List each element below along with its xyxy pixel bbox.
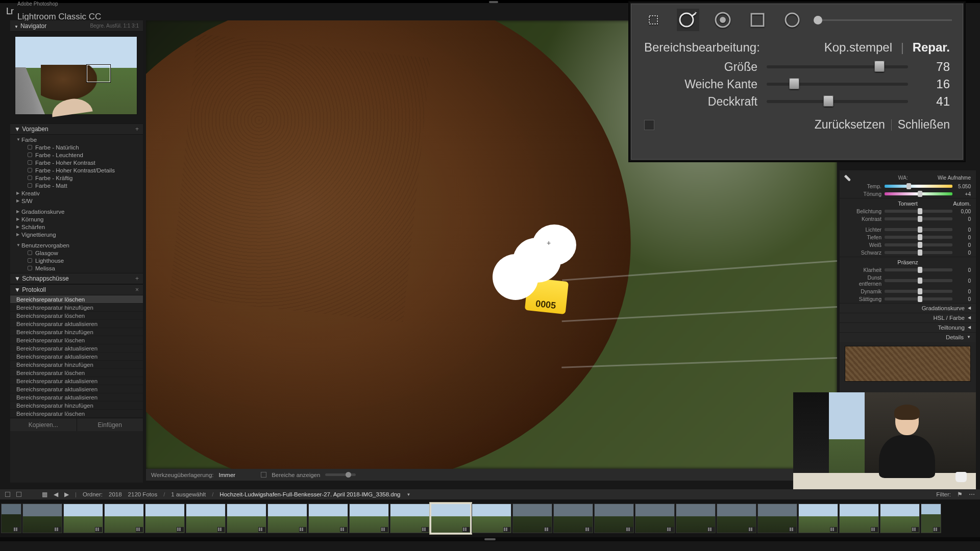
film-thumb[interactable] xyxy=(635,504,675,533)
history-item[interactable]: Bereichsreparatur aktualisieren xyxy=(10,393,143,402)
opacity-value[interactable]: 41 xyxy=(908,94,950,109)
white-value[interactable]: 0 xyxy=(952,242,971,248)
preset-group-sw[interactable]: ▶S/W xyxy=(10,197,143,205)
size-value[interactable]: 78 xyxy=(908,60,950,74)
film-thumb[interactable] xyxy=(227,504,266,533)
hsl-panel-header[interactable]: HSL / Farbe◀ xyxy=(840,313,976,322)
history-item[interactable]: Bereichsreparatur löschen xyxy=(10,295,143,304)
filmstrip-resize-handle[interactable] xyxy=(0,537,980,541)
preset-item[interactable]: Melissa xyxy=(10,264,143,272)
tint-value[interactable]: +4 xyxy=(952,191,971,197)
film-thumb[interactable] xyxy=(839,504,879,533)
film-thumb[interactable] xyxy=(594,504,634,533)
preset-group-scharf[interactable]: ▶Schärfen xyxy=(10,223,143,231)
snapshots-header[interactable]: ▼ Schnappschüsse + xyxy=(10,273,143,284)
film-thumb[interactable] xyxy=(186,504,226,533)
film-thumb[interactable] xyxy=(349,504,389,533)
preset-item[interactable]: Farbe - Hoher Kontrast/Details xyxy=(10,166,143,174)
navigator-header[interactable]: ▼Navigator Begre. Ausfül. 1:1 3:1 xyxy=(10,20,143,32)
film-thumb[interactable] xyxy=(63,504,103,533)
history-item[interactable]: Bereichsreparatur löschen xyxy=(10,410,143,418)
grid-toggle-icon[interactable]: ▦ xyxy=(42,491,47,498)
add-snapshot-button[interactable]: + xyxy=(135,275,139,282)
preset-item[interactable]: Farbe - Leuchtend xyxy=(10,151,143,159)
add-preset-button[interactable]: + xyxy=(135,126,139,133)
first-view-icon[interactable] xyxy=(5,492,10,497)
preset-group-grad[interactable]: ▶Gradationskurve xyxy=(10,208,143,215)
preset-item[interactable]: Farbe - Natürlich xyxy=(10,143,143,151)
filmstrip[interactable] xyxy=(0,499,980,537)
history-item[interactable]: Bereichsreparatur aktualisieren xyxy=(10,385,143,393)
flag-filter-icon[interactable]: ⚑ xyxy=(957,491,963,498)
dehaze-value[interactable]: 0 xyxy=(952,278,971,284)
history-item[interactable]: Bereichsreparatur aktualisieren xyxy=(10,353,143,361)
preset-item[interactable]: Farbe - Hoher Kontrast xyxy=(10,159,143,166)
saturation-value[interactable]: 0 xyxy=(952,296,971,302)
film-thumb[interactable] xyxy=(921,504,941,533)
film-thumb[interactable] xyxy=(1,504,21,533)
history-item[interactable]: Bereichsreparatur hinzufügen xyxy=(10,402,143,410)
brush-size-slider[interactable] xyxy=(818,19,952,21)
film-thumb[interactable] xyxy=(553,504,593,533)
radial-tool-icon[interactable] xyxy=(781,9,803,31)
darks-value[interactable]: 0 xyxy=(952,235,971,240)
film-thumb[interactable] xyxy=(308,504,348,533)
preset-group-korn[interactable]: ▶Körnung xyxy=(10,215,143,223)
exposure-value[interactable]: 0,00 xyxy=(952,209,971,214)
film-thumb[interactable] xyxy=(472,504,511,533)
dehaze-slider[interactable] xyxy=(885,279,952,282)
preset-group-farbe[interactable]: ▼Farbe xyxy=(10,136,143,143)
clarity-slider[interactable] xyxy=(885,268,952,271)
heal-tool-icon[interactable] xyxy=(677,9,699,31)
preset-item[interactable]: Farbe - Kräftig xyxy=(10,174,143,182)
film-thumb[interactable] xyxy=(757,504,797,533)
prev-button[interactable]: ◀ xyxy=(54,491,58,498)
reset-button[interactable]: Zurücksetzen xyxy=(815,118,885,132)
lights-value[interactable]: 0 xyxy=(952,227,971,233)
exposure-slider[interactable] xyxy=(885,210,952,213)
preset-item[interactable]: Glasgow xyxy=(10,249,143,257)
lights-slider[interactable] xyxy=(885,228,952,231)
film-thumb[interactable] xyxy=(717,504,756,533)
clone-mode-button[interactable]: Kop.stempel xyxy=(824,40,892,54)
history-item[interactable]: Bereichsreparatur löschen xyxy=(10,369,143,377)
preset-group-user[interactable]: ▼Benutzervorgaben xyxy=(10,241,143,249)
heal-mode-button[interactable]: Repar. xyxy=(913,40,950,54)
show-areas-checkbox[interactable] xyxy=(261,472,266,478)
wb-value[interactable]: Wie Aufnahme xyxy=(930,175,971,181)
contrast-value[interactable]: 0 xyxy=(952,216,971,222)
film-thumb[interactable] xyxy=(390,504,430,533)
tint-slider[interactable] xyxy=(885,192,952,195)
film-thumb[interactable] xyxy=(798,504,838,533)
white-slider[interactable] xyxy=(885,243,952,246)
history-item[interactable]: Bereichsreparatur hinzufügen xyxy=(10,328,143,336)
auto-tone-button[interactable]: Autom. xyxy=(953,201,971,207)
history-item[interactable]: Bereichsreparatur aktualisieren xyxy=(10,377,143,385)
history-item[interactable]: Bereichsreparatur aktualisieren xyxy=(10,344,143,353)
navigator-viewport[interactable] xyxy=(87,65,110,82)
navigator-preview[interactable] xyxy=(10,32,143,123)
black-value[interactable]: 0 xyxy=(952,250,971,256)
second-view-icon[interactable] xyxy=(16,492,21,497)
history-item[interactable]: Bereichsreparatur löschen xyxy=(10,312,143,320)
navigator-zoom-presets[interactable]: Begre. Ausfül. 1:1 3:1 xyxy=(90,23,139,29)
temp-slider[interactable] xyxy=(885,185,952,188)
folder-name[interactable]: 2018 xyxy=(109,491,122,497)
film-thumb[interactable] xyxy=(512,504,552,533)
preset-item[interactable]: Farbe - Matt xyxy=(10,182,143,189)
temp-value[interactable]: 5.050 xyxy=(952,184,971,189)
toggle-panel-checkbox[interactable] xyxy=(644,120,654,130)
filter-lock-icon[interactable]: ⋯ xyxy=(969,491,975,498)
eyedropper-icon[interactable] xyxy=(843,172,855,184)
presets-header[interactable]: ▼ Vorgaben + xyxy=(10,123,143,135)
history-header[interactable]: ▼ Protokoll × xyxy=(10,284,143,295)
overlay-mode-dropdown[interactable]: Immer xyxy=(219,472,236,478)
history-item[interactable]: Bereichsreparatur hinzufügen xyxy=(10,361,143,369)
details-panel-header[interactable]: Details▼ xyxy=(840,332,976,342)
vibrance-value[interactable]: 0 xyxy=(952,289,971,294)
film-thumb[interactable] xyxy=(104,504,144,533)
history-item[interactable]: Bereichsreparatur hinzufügen xyxy=(10,304,143,312)
crop-tool-icon[interactable] xyxy=(642,9,665,31)
film-thumb[interactable] xyxy=(676,504,716,533)
saturation-slider[interactable] xyxy=(885,297,952,300)
